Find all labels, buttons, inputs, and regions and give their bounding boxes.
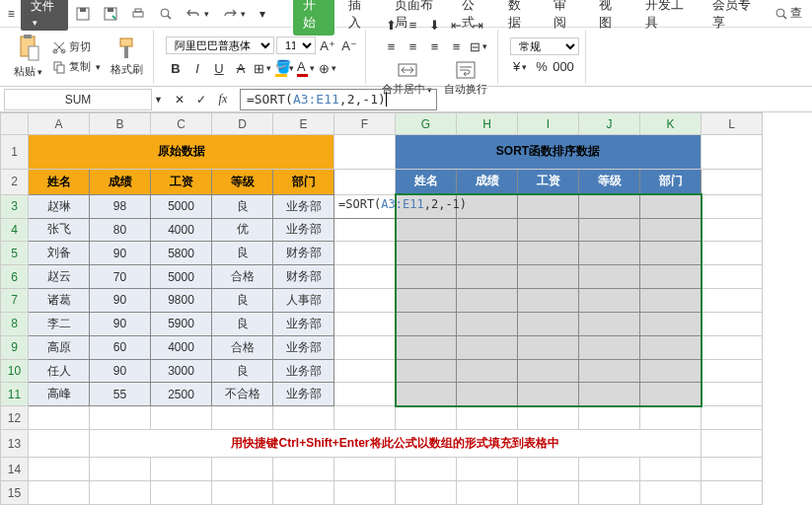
- cell[interactable]: [701, 169, 763, 194]
- right-header[interactable]: 等级: [579, 169, 640, 194]
- strikethrough-button[interactable]: A: [231, 58, 251, 78]
- cell[interactable]: 张飞: [29, 218, 90, 242]
- row-header[interactable]: 10: [1, 359, 29, 383]
- cell[interactable]: [640, 481, 701, 505]
- cell[interactable]: [334, 169, 396, 194]
- font-name-select[interactable]: 阿里巴巴普惠体: [166, 36, 274, 54]
- phonetic-button[interactable]: ⊕: [318, 58, 337, 78]
- cell[interactable]: [334, 265, 396, 289]
- select-all-corner[interactable]: [1, 113, 29, 135]
- search-button[interactable]: 查: [769, 3, 808, 24]
- result-cell[interactable]: [640, 218, 701, 242]
- cell[interactable]: [396, 458, 457, 481]
- row-header[interactable]: 15: [1, 481, 29, 505]
- cell[interactable]: 5800: [151, 242, 212, 265]
- left-header[interactable]: 等级: [212, 169, 273, 194]
- cell[interactable]: [212, 406, 273, 430]
- border-button[interactable]: ⊞: [253, 58, 272, 78]
- save-as-icon[interactable]: [98, 5, 123, 23]
- cell[interactable]: [701, 289, 763, 313]
- result-cell[interactable]: [457, 383, 518, 406]
- redo-button[interactable]: [217, 6, 252, 22]
- result-cell[interactable]: [457, 359, 518, 383]
- row-header[interactable]: 4: [1, 218, 29, 242]
- right-header[interactable]: 姓名: [396, 169, 457, 194]
- cell[interactable]: 业务部: [273, 335, 334, 359]
- left-header[interactable]: 工资: [151, 169, 212, 194]
- align-center-icon[interactable]: ≡: [404, 36, 423, 56]
- cell[interactable]: 80: [90, 218, 151, 242]
- cell[interactable]: [701, 406, 763, 430]
- col-header[interactable]: H: [457, 113, 518, 135]
- cell[interactable]: [457, 481, 518, 505]
- cell[interactable]: 良: [212, 312, 273, 335]
- tab-vip[interactable]: 会员专享: [702, 0, 767, 36]
- cell[interactable]: 赵云: [29, 265, 90, 289]
- align-top-icon[interactable]: ⬆: [382, 15, 402, 35]
- cell[interactable]: [334, 458, 396, 481]
- cell[interactable]: [212, 458, 273, 481]
- number-format-select[interactable]: 常规: [510, 37, 579, 55]
- row-header[interactable]: 3: [1, 194, 29, 218]
- cell[interactable]: [334, 312, 396, 335]
- result-cell[interactable]: [396, 359, 457, 383]
- result-cell[interactable]: [579, 194, 640, 218]
- cell[interactable]: [701, 265, 763, 289]
- cell[interactable]: [334, 335, 396, 359]
- col-header[interactable]: K: [640, 113, 701, 135]
- cell[interactable]: [334, 242, 396, 265]
- result-cell[interactable]: [518, 265, 579, 289]
- cell[interactable]: 业务部: [273, 383, 334, 406]
- result-cell[interactable]: [457, 289, 518, 313]
- comma-icon[interactable]: 000: [554, 57, 573, 77]
- undo-button[interactable]: [181, 6, 215, 22]
- app-menu-icon[interactable]: ≡: [4, 6, 19, 22]
- paste-button[interactable]: 粘贴: [10, 33, 46, 81]
- cell[interactable]: [273, 481, 334, 505]
- cell[interactable]: [29, 430, 90, 458]
- row-header[interactable]: 7: [1, 289, 29, 313]
- align-bottom-icon[interactable]: ⬇: [425, 15, 445, 35]
- cell[interactable]: [29, 406, 90, 430]
- result-cell[interactable]: [579, 265, 640, 289]
- cell[interactable]: [701, 242, 763, 265]
- result-cell[interactable]: [457, 335, 518, 359]
- cell[interactable]: [334, 481, 396, 505]
- cell[interactable]: 任人: [29, 359, 90, 383]
- result-cell[interactable]: [640, 289, 701, 313]
- cell[interactable]: [334, 406, 396, 430]
- result-cell[interactable]: [457, 312, 518, 335]
- cell[interactable]: 90: [90, 289, 151, 313]
- font-color-button[interactable]: A: [296, 58, 316, 78]
- result-cell[interactable]: [396, 312, 457, 335]
- result-cell[interactable]: [579, 335, 640, 359]
- cell[interactable]: [334, 289, 396, 313]
- file-menu[interactable]: 文件: [21, 0, 68, 31]
- bold-button[interactable]: B: [166, 58, 185, 78]
- right-header[interactable]: 成绩: [457, 169, 518, 194]
- cell[interactable]: [640, 406, 701, 430]
- cell[interactable]: [701, 135, 763, 170]
- formula-input[interactable]: =SORT(A3:E11,2,-1): [240, 89, 437, 110]
- cell[interactable]: [29, 481, 90, 505]
- col-header[interactable]: J: [579, 113, 640, 135]
- cell[interactable]: 高峰: [29, 383, 90, 406]
- print-icon[interactable]: [125, 5, 151, 23]
- result-cell[interactable]: [518, 359, 579, 383]
- col-header[interactable]: L: [701, 113, 763, 135]
- cell[interactable]: 刘备: [29, 242, 90, 265]
- increase-font-icon[interactable]: A⁺: [318, 36, 337, 55]
- left-header[interactable]: 成绩: [90, 169, 151, 194]
- result-cell[interactable]: [640, 242, 701, 265]
- cell[interactable]: 90: [90, 242, 151, 265]
- cell[interactable]: 2500: [151, 383, 212, 406]
- cell[interactable]: 良: [212, 289, 273, 313]
- col-header[interactable]: F: [334, 113, 396, 135]
- cell[interactable]: [396, 481, 457, 505]
- cell[interactable]: [334, 359, 396, 383]
- customize-qat[interactable]: ▾: [254, 5, 271, 23]
- cell[interactable]: [334, 135, 396, 170]
- row-header[interactable]: 5: [1, 242, 29, 265]
- cell[interactable]: [90, 458, 151, 481]
- cell[interactable]: [701, 312, 763, 335]
